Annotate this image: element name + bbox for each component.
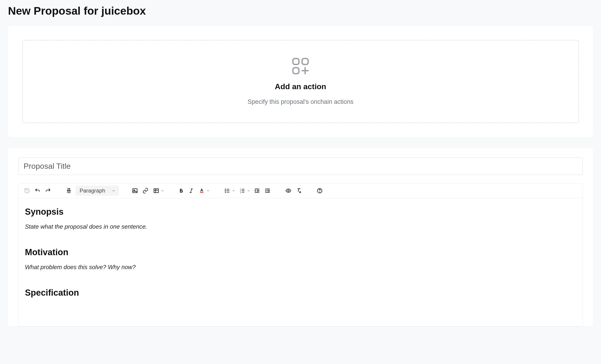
paragraph-style-select[interactable]: Paragraph bbox=[75, 186, 119, 196]
synopsis-heading: Synopsis bbox=[25, 207, 576, 217]
bullet-list-dropdown[interactable] bbox=[231, 186, 236, 195]
svg-line-13 bbox=[190, 189, 192, 193]
svg-point-39 bbox=[320, 192, 320, 192]
svg-rect-8 bbox=[154, 189, 159, 193]
text-color-button[interactable] bbox=[197, 186, 205, 195]
ordered-list-button[interactable]: 123 bbox=[237, 186, 246, 195]
svg-rect-14 bbox=[200, 192, 203, 193]
svg-rect-0 bbox=[293, 59, 299, 64]
motivation-heading: Motivation bbox=[25, 247, 576, 257]
editor-toolbar-container: Paragraph bbox=[18, 183, 583, 326]
redo-button[interactable] bbox=[43, 186, 53, 195]
preview-button[interactable] bbox=[284, 186, 293, 195]
motivation-prompt: What problem does this solve? Why now? bbox=[25, 264, 576, 271]
svg-rect-1 bbox=[302, 59, 308, 64]
page-title: New Proposal for juicebox bbox=[8, 5, 593, 17]
svg-rect-2 bbox=[293, 68, 299, 74]
add-action-button[interactable]: Add an action Specify this proposal's on… bbox=[22, 40, 579, 123]
bold-button[interactable] bbox=[177, 186, 186, 195]
synopsis-prompt: State what the proposal does in one sent… bbox=[25, 223, 576, 230]
add-action-subtitle: Specify this proposal's onchain actions bbox=[30, 98, 571, 105]
text-color-dropdown[interactable] bbox=[205, 186, 211, 195]
svg-point-15 bbox=[225, 189, 225, 189]
link-button[interactable] bbox=[141, 186, 150, 195]
svg-text:3: 3 bbox=[240, 192, 241, 194]
svg-point-16 bbox=[225, 190, 225, 191]
paragraph-style-label: Paragraph bbox=[80, 187, 105, 194]
proposal-title-input[interactable] bbox=[18, 157, 583, 175]
indent-button[interactable] bbox=[263, 186, 272, 195]
svg-point-35 bbox=[288, 190, 289, 192]
add-action-title: Add an action bbox=[30, 82, 571, 91]
history-button[interactable] bbox=[22, 186, 32, 195]
specification-heading: Specification bbox=[25, 288, 576, 298]
ordered-list-dropdown[interactable] bbox=[246, 186, 251, 195]
image-button[interactable] bbox=[130, 186, 140, 195]
undo-button[interactable] bbox=[33, 186, 42, 195]
clear-formatting-button[interactable] bbox=[294, 186, 304, 195]
svg-point-17 bbox=[225, 192, 225, 192]
editor-card: Paragraph bbox=[8, 148, 593, 326]
table-dropdown[interactable] bbox=[160, 186, 165, 195]
italic-button[interactable] bbox=[187, 186, 196, 195]
bullet-list-button[interactable] bbox=[222, 186, 231, 195]
table-button[interactable] bbox=[151, 186, 160, 195]
outdent-button[interactable] bbox=[252, 186, 262, 195]
editor-body[interactable]: Synopsis State what the proposal does in… bbox=[19, 198, 582, 326]
add-action-icon bbox=[30, 57, 571, 76]
stamp-button[interactable] bbox=[64, 186, 74, 195]
actions-card: Add an action Specify this proposal's on… bbox=[8, 26, 593, 137]
help-button[interactable] bbox=[315, 186, 324, 195]
editor-toolbar: Paragraph bbox=[19, 183, 582, 198]
chevron-down-icon bbox=[112, 189, 116, 193]
